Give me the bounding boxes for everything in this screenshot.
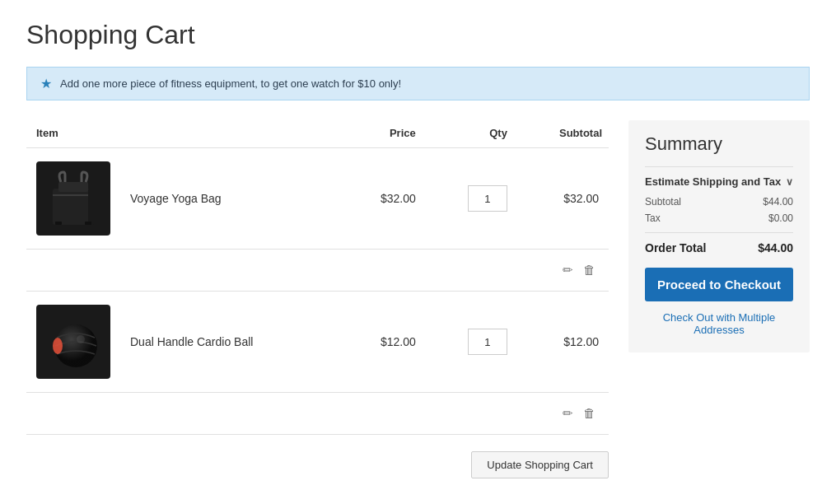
item-1-actions: ✏ 🗑 <box>26 250 609 292</box>
multiple-addresses-link[interactable]: Check Out with Multiple Addresses <box>645 311 793 336</box>
svg-rect-4 <box>55 222 62 225</box>
estimate-shipping-label: Estimate Shipping and Tax <box>645 175 781 188</box>
col-header-qty: Qty <box>426 120 517 148</box>
promo-star-icon: ★ <box>40 76 52 91</box>
item-2-action-icons: ✏ 🗑 <box>36 406 599 421</box>
cardio-ball-svg <box>44 313 102 371</box>
subtotal-value: $44.00 <box>763 196 793 208</box>
svg-rect-3 <box>88 189 94 225</box>
item-2-delete-icon[interactable]: 🗑 <box>583 406 595 421</box>
subtotal-label: Subtotal <box>645 196 681 208</box>
yoga-bag-svg <box>40 166 106 231</box>
svg-rect-1 <box>58 182 88 192</box>
item-2-qty-input[interactable] <box>468 329 507 355</box>
item-1-subtotal: $32.00 <box>517 148 609 250</box>
summary-tax-row: Tax $0.00 <box>645 212 793 224</box>
item-1-image <box>36 161 110 236</box>
order-total-label: Order Total <box>645 241 706 254</box>
update-cart-row: Update Shopping Cart <box>26 435 609 478</box>
item-1-price: $32.00 <box>341 148 426 250</box>
cart-section: Item Price Qty Subtotal <box>26 120 609 478</box>
order-total-row: Order Total $44.00 <box>645 241 793 254</box>
summary-divider-1 <box>645 166 793 167</box>
chevron-down-icon: ∨ <box>786 176 793 188</box>
item-1-edit-icon[interactable]: ✏ <box>563 263 573 278</box>
item-2-image-cell <box>26 292 120 393</box>
summary-panel: Summary Estimate Shipping and Tax ∨ Subt… <box>628 120 810 352</box>
main-layout: Item Price Qty Subtotal <box>26 120 810 478</box>
item-2-image <box>36 305 110 379</box>
summary-subtotal-row: Subtotal $44.00 <box>645 196 793 208</box>
update-cart-button[interactable]: Update Shopping Cart <box>471 451 609 478</box>
col-header-subtotal: Subtotal <box>517 120 609 148</box>
cart-row-2-actions: ✏ 🗑 <box>26 393 609 435</box>
item-1-action-icons: ✏ 🗑 <box>36 263 599 278</box>
col-header-item: Item <box>26 120 120 148</box>
proceed-to-checkout-button[interactable]: Proceed to Checkout <box>645 268 793 301</box>
promo-banner: ★ Add one more piece of fitness equipmen… <box>26 67 810 100</box>
cart-table: Item Price Qty Subtotal <box>26 120 609 435</box>
item-1-delete-icon[interactable]: 🗑 <box>583 263 595 278</box>
col-header-price: Price <box>341 120 426 148</box>
tax-label: Tax <box>645 212 661 224</box>
svg-rect-5 <box>85 222 91 225</box>
item-2-edit-icon[interactable]: ✏ <box>563 406 573 421</box>
estimate-shipping-row[interactable]: Estimate Shipping and Tax ∨ <box>645 175 793 188</box>
item-2-name: Dual Handle Cardio Ball <box>120 292 341 393</box>
tax-value: $0.00 <box>768 212 793 224</box>
item-2-subtotal: $12.00 <box>517 292 609 393</box>
svg-point-8 <box>53 338 63 354</box>
promo-text: Add one more piece of fitness equipment,… <box>60 77 401 90</box>
item-1-qty-input[interactable] <box>468 185 507 212</box>
item-1-qty-cell <box>426 148 517 250</box>
cart-row-1: Voyage Yoga Bag $32.00 $32.00 <box>26 148 609 250</box>
item-1-image-cell <box>26 148 120 250</box>
order-total-value: $44.00 <box>758 241 793 254</box>
cart-row-1-actions: ✏ 🗑 <box>26 250 609 292</box>
item-2-actions: ✏ 🗑 <box>26 393 609 435</box>
summary-title: Summary <box>645 133 793 155</box>
svg-rect-0 <box>53 189 94 225</box>
page-title: Shopping Cart <box>26 20 810 50</box>
col-header-item-name <box>120 120 341 148</box>
item-1-name: Voyage Yoga Bag <box>120 148 341 250</box>
cart-row-2: Dual Handle Cardio Ball $12.00 $12.00 <box>26 292 609 393</box>
svg-point-9 <box>77 335 85 343</box>
summary-divider-2 <box>645 232 793 233</box>
item-2-price: $12.00 <box>341 292 426 393</box>
item-2-qty-cell <box>426 292 517 393</box>
